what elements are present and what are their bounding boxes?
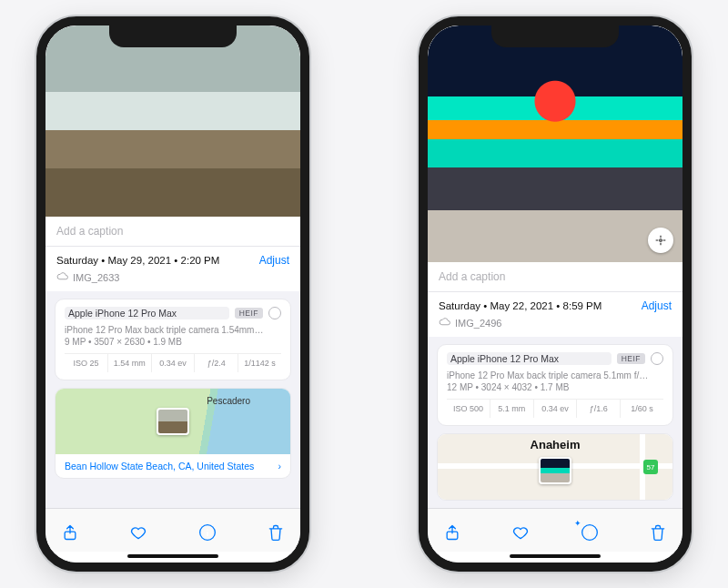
caption-input[interactable]: Add a caption xyxy=(428,262,682,292)
cloud-icon xyxy=(56,270,68,284)
stat-shutter: 1/60 s xyxy=(621,400,663,418)
lens-icon xyxy=(268,307,281,319)
stat-ev: 0.34 ev xyxy=(534,400,578,418)
map-thumbnail xyxy=(157,408,189,435)
stat-aperture: ƒ/1.6 xyxy=(577,400,621,418)
favorite-button[interactable] xyxy=(128,522,148,542)
iphone-right: Add a caption Saturday • May 22, 2021 • … xyxy=(419,16,692,572)
photo-preview[interactable] xyxy=(428,25,682,262)
share-button[interactable] xyxy=(60,522,80,542)
map-city-label: Anaheim xyxy=(531,438,581,451)
trash-button[interactable] xyxy=(266,522,286,542)
map-card[interactable]: Anaheim 57 xyxy=(437,433,673,501)
notch xyxy=(491,25,619,47)
stat-shutter: 1/1142 s xyxy=(238,354,281,372)
caption-input[interactable]: Add a caption xyxy=(46,217,300,247)
highway-shield-icon: 57 xyxy=(643,460,658,474)
location-text: Bean Hollow State Beach, CA, United Stat… xyxy=(65,461,254,471)
svg-point-2 xyxy=(660,239,662,242)
chevron-right-icon: › xyxy=(278,461,282,471)
trash-button[interactable] xyxy=(648,522,668,542)
adjust-button[interactable]: Adjust xyxy=(259,254,289,267)
resolution-line: 12 MP • 3024 × 4032 • 1.7 MB xyxy=(447,382,663,392)
live-photo-badge[interactable] xyxy=(648,228,673,253)
stat-iso: ISO 25 xyxy=(65,354,108,372)
stat-focal: 1.54 mm xyxy=(108,354,152,372)
info-button[interactable] xyxy=(197,522,217,542)
lens-icon xyxy=(651,352,663,365)
adjust-button[interactable]: Adjust xyxy=(642,299,672,312)
photo-date: Saturday • May 22, 2021 • 8:59 PM xyxy=(439,300,602,311)
home-indicator[interactable] xyxy=(127,554,218,558)
photo-date: Saturday • May 29, 2021 • 2:20 PM xyxy=(56,255,219,266)
device-badge: Apple iPhone 12 Pro Max xyxy=(65,307,229,319)
device-badge: Apple iPhone 12 Pro Max xyxy=(447,352,612,365)
photo-preview[interactable] xyxy=(46,25,300,217)
camera-line: iPhone 12 Pro Max back triple camera 5.1… xyxy=(447,370,663,380)
notch xyxy=(109,25,237,47)
camera-info-card: Apple iPhone 12 Pro Max HEIF iPhone 12 P… xyxy=(437,344,673,426)
favorite-button[interactable] xyxy=(511,522,531,542)
cloud-icon xyxy=(439,316,450,329)
iphone-left: Add a caption Saturday • May 29, 2021 • … xyxy=(36,16,309,572)
stat-focal: 5.1 mm xyxy=(490,400,534,418)
stat-ev: 0.34 ev xyxy=(152,354,196,372)
map-city-label: Pescadero xyxy=(207,396,250,406)
share-button[interactable] xyxy=(442,522,462,542)
map-card[interactable]: Pescadero Bean Hollow State Beach, CA, U… xyxy=(55,388,291,479)
info-button[interactable]: ✦ xyxy=(580,522,600,542)
format-badge: HEIF xyxy=(235,308,263,319)
filename: IMG_2633 xyxy=(73,272,119,283)
map-thumbnail xyxy=(539,457,571,484)
stat-iso: ISO 500 xyxy=(447,400,490,418)
home-indicator[interactable] xyxy=(510,554,601,558)
bottom-toolbar xyxy=(46,508,300,552)
camera-info-card: Apple iPhone 12 Pro Max HEIF iPhone 12 P… xyxy=(55,299,291,380)
filename: IMG_2496 xyxy=(455,318,501,329)
camera-line: iPhone 12 Pro Max back triple camera 1.5… xyxy=(65,325,281,335)
format-badge: HEIF xyxy=(617,353,645,364)
resolution-line: 9 MP • 3507 × 2630 • 1.9 MB xyxy=(65,337,281,347)
stat-aperture: ƒ/2.4 xyxy=(195,354,238,372)
sparkle-icon: ✦ xyxy=(574,519,581,528)
bottom-toolbar: ✦ xyxy=(428,508,682,552)
